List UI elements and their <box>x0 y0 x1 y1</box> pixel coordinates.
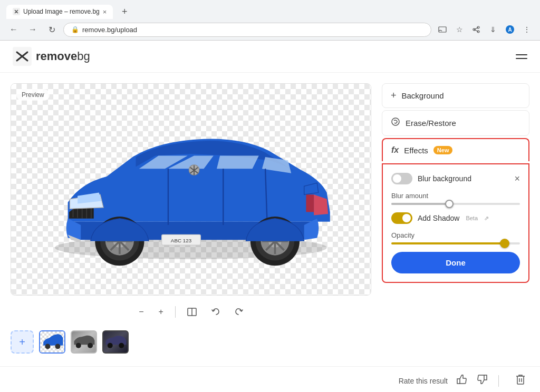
svg-point-42 <box>55 344 61 349</box>
opacity-slider-container: Opacity <box>391 231 520 244</box>
favicon-icon <box>13 8 20 15</box>
delete-button[interactable] <box>514 372 527 389</box>
external-link-icon[interactable]: ⇗ <box>484 215 489 222</box>
browser-chrome: Upload Image – remove.bg × + ← → ↻ 🔒 rem… <box>0 0 540 41</box>
new-tab-button[interactable]: + <box>117 4 132 19</box>
hamburger-menu-button[interactable] <box>516 54 527 59</box>
rate-result-text: Rate this result <box>399 377 448 385</box>
logo-icon <box>13 47 32 66</box>
erase-icon <box>391 117 400 129</box>
reload-button[interactable]: ↻ <box>44 22 59 37</box>
add-shadow-row: Add Shadow Beta ⇗ <box>391 212 520 224</box>
tab-title: Upload Image – remove.bg <box>23 8 100 15</box>
opacity-thumb[interactable] <box>500 239 509 248</box>
logo-bg: bg <box>77 50 90 63</box>
share-icon[interactable] <box>469 23 483 36</box>
logo-remove: remove <box>36 50 77 63</box>
security-lock-icon: 🔒 <box>71 26 79 33</box>
site-header: removebg <box>0 41 540 73</box>
logo: removebg <box>13 47 90 66</box>
undo-button[interactable] <box>208 306 223 318</box>
beta-badge: Beta <box>466 215 478 221</box>
logo-text: removebg <box>36 50 90 63</box>
canvas-toolbar: − + <box>11 302 371 322</box>
browser-actions: ☆ ⇓ A ⋮ <box>436 23 534 36</box>
bookmark-icon[interactable]: ☆ <box>452 23 466 36</box>
browser-toolbar: ← → ↻ 🔒 remove.bg/upload ☆ ⇓ A ⋮ <box>0 19 540 41</box>
svg-point-47 <box>392 118 399 125</box>
thumbs-up-button[interactable] <box>454 372 469 389</box>
close-effects-button[interactable]: × <box>514 174 520 183</box>
blur-amount-thumb[interactable] <box>445 200 454 208</box>
cast-icon[interactable] <box>436 23 449 36</box>
blur-background-label: Blur background <box>418 174 471 183</box>
zoom-in-button[interactable]: + <box>156 305 167 319</box>
thumbs-down-button[interactable] <box>475 372 490 389</box>
background-panel-button[interactable]: + Background <box>382 83 529 108</box>
effects-label: Effects <box>404 146 428 155</box>
toolbar-divider <box>175 306 176 318</box>
blur-amount-fill <box>391 203 449 205</box>
forward-button[interactable]: → <box>25 22 40 37</box>
bottom-bar: Rate this result <box>0 366 540 392</box>
main-content: ABC 123 Preview − + <box>0 73 540 366</box>
preview-label: Preview <box>16 89 50 101</box>
erase-restore-label: Erase/Restore <box>406 119 456 128</box>
svg-text:ABC 123: ABC 123 <box>171 238 192 243</box>
address-text: remove.bg/upload <box>82 26 423 34</box>
page: removebg <box>0 41 540 392</box>
canvas-container: ABC 123 Preview <box>11 83 371 296</box>
thumbnail-1[interactable] <box>39 330 65 354</box>
new-badge: New <box>433 146 453 154</box>
opacity-track[interactable] <box>391 242 520 244</box>
erase-restore-panel-button[interactable]: Erase/Restore <box>382 110 529 136</box>
opacity-label: Opacity <box>391 231 520 239</box>
thumbnail-3[interactable] <box>102 330 129 354</box>
add-image-icon: + <box>19 336 25 348</box>
blur-toggle-slider <box>391 173 412 184</box>
svg-point-44 <box>88 343 93 348</box>
thumbnail-checkered-bg <box>40 331 64 352</box>
right-panel: + Background Erase/Restore fx Effects Ne… <box>382 83 529 356</box>
compare-button[interactable] <box>184 305 200 319</box>
effects-panel-button[interactable]: fx Effects New <box>382 138 529 161</box>
blur-amount-label: Blur amount <box>391 192 520 200</box>
blur-amount-slider-container: Blur amount <box>391 192 520 205</box>
close-icon: × <box>514 173 520 184</box>
fx-icon: fx <box>391 145 399 155</box>
redo-button[interactable] <box>232 306 246 318</box>
background-plus-icon: + <box>391 90 397 101</box>
svg-point-46 <box>119 343 124 348</box>
hamburger-icon <box>516 54 527 59</box>
svg-text:A: A <box>508 27 512 33</box>
car-image: ABC 123 <box>29 94 353 285</box>
bottom-divider <box>498 375 499 387</box>
blur-background-row: Blur background × <box>391 173 520 184</box>
zoom-out-button[interactable]: − <box>136 305 147 319</box>
add-image-button[interactable]: + <box>11 330 34 354</box>
blur-amount-track[interactable] <box>391 203 520 205</box>
thumbnail-2[interactable] <box>71 330 97 354</box>
svg-point-45 <box>108 343 113 348</box>
download-icon[interactable]: ⇓ <box>486 23 500 36</box>
svg-point-43 <box>76 343 81 348</box>
address-bar[interactable]: 🔒 remove.bg/upload <box>63 23 431 37</box>
back-button[interactable]: ← <box>6 22 21 37</box>
browser-tab-active[interactable]: Upload Image – remove.bg × <box>6 5 113 19</box>
svg-rect-1 <box>439 27 446 32</box>
done-button[interactable]: Done <box>391 252 520 273</box>
svg-point-41 <box>45 344 51 349</box>
browser-titlebar: Upload Image – remove.bg × + <box>0 0 540 19</box>
add-shadow-toggle[interactable] <box>391 212 412 224</box>
canvas-area: ABC 123 Preview − + <box>11 83 371 356</box>
tab-close-icon[interactable]: × <box>103 8 107 16</box>
checkered-background: ABC 123 <box>11 84 371 295</box>
profile-icon[interactable]: A <box>503 23 517 36</box>
more-options-icon[interactable]: ⋮ <box>520 23 534 36</box>
shadow-toggle-slider <box>391 212 412 224</box>
effects-expanded-panel: Blur background × Blur amount <box>382 163 529 283</box>
thumbnails-row: + <box>11 328 371 356</box>
add-shadow-label: Add Shadow <box>418 214 459 222</box>
blur-background-toggle[interactable] <box>391 173 412 184</box>
background-label: Background <box>402 91 444 100</box>
